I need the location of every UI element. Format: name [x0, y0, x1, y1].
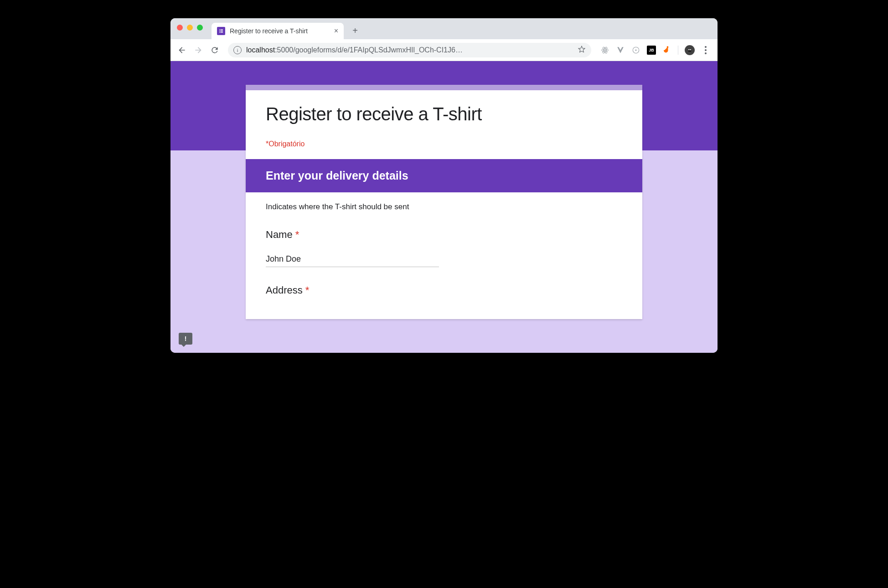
- tab-title: Register to receive a T-shirt: [230, 27, 308, 35]
- react-devtools-icon[interactable]: [600, 46, 609, 55]
- feedback-button[interactable]: !: [179, 333, 192, 345]
- form-title: Register to receive a T-shirt: [266, 104, 622, 124]
- maximize-window-button[interactable]: [197, 25, 203, 31]
- required-note: *Obrigatório: [266, 140, 622, 148]
- new-tab-button[interactable]: +: [348, 24, 362, 37]
- form-card: Register to receive a T-shirt *Obrigatór…: [246, 85, 642, 319]
- toolbar-divider: [678, 46, 678, 55]
- form-header: Register to receive a T-shirt *Obrigatór…: [246, 90, 642, 159]
- svg-rect-5: [221, 32, 223, 33]
- svg-point-6: [604, 49, 606, 51]
- svg-point-13: [687, 46, 693, 53]
- forms-favicon-icon: [217, 27, 225, 35]
- close-tab-button[interactable]: ×: [334, 27, 338, 35]
- browser-menu-button[interactable]: [701, 46, 710, 54]
- svg-point-11: [635, 49, 637, 51]
- hook-extension-icon[interactable]: [662, 46, 671, 55]
- browser-toolbar: i localhost:5000/googleforms/d/e/1FAIpQL…: [170, 39, 718, 61]
- address-field-label: Address *: [266, 284, 622, 296]
- extension-icons: JB: [598, 45, 713, 55]
- url-text: localhost:5000/googleforms/d/e/1FAIpQLSd…: [246, 46, 573, 54]
- minimize-window-button[interactable]: [187, 25, 193, 31]
- profile-avatar[interactable]: [685, 45, 695, 55]
- address-bar[interactable]: i localhost:5000/googleforms/d/e/1FAIpQL…: [228, 43, 591, 57]
- svg-rect-2: [219, 31, 220, 31]
- reload-button[interactable]: [208, 43, 222, 57]
- tab-bar: Register to receive a T-shirt × +: [170, 18, 718, 39]
- page-viewport: Register to receive a T-shirt *Obrigatór…: [170, 61, 718, 353]
- extension-icon[interactable]: [631, 46, 640, 55]
- form-accent-bar: [246, 85, 642, 90]
- window-controls: [177, 25, 203, 31]
- section-title: Enter your delivery details: [246, 159, 642, 192]
- forward-button[interactable]: [191, 43, 205, 57]
- svg-rect-4: [219, 32, 220, 33]
- address-field: Address *: [266, 284, 622, 296]
- form-body: Indicates where the T-shirt should be se…: [246, 192, 642, 319]
- exclamation-icon: !: [185, 335, 187, 342]
- close-window-button[interactable]: [177, 25, 183, 31]
- svg-rect-3: [221, 31, 223, 31]
- svg-rect-14: [688, 49, 689, 50]
- svg-point-12: [667, 46, 668, 47]
- browser-tab[interactable]: Register to receive a T-shirt ×: [212, 23, 344, 39]
- browser-window: Register to receive a T-shirt × + i loca…: [170, 18, 718, 353]
- vue-devtools-icon[interactable]: [616, 46, 625, 55]
- svg-rect-15: [690, 49, 691, 50]
- site-info-icon[interactable]: i: [233, 46, 242, 54]
- name-input[interactable]: [266, 253, 439, 267]
- bookmark-star-icon[interactable]: [578, 45, 586, 55]
- jetbrains-extension-icon[interactable]: JB: [647, 46, 656, 55]
- name-field-label: Name *: [266, 229, 622, 241]
- section-description: Indicates where the T-shirt should be se…: [266, 202, 622, 211]
- svg-rect-1: [221, 30, 223, 31]
- svg-rect-0: [219, 30, 220, 31]
- back-button[interactable]: [175, 43, 189, 57]
- name-field: Name *: [266, 229, 622, 267]
